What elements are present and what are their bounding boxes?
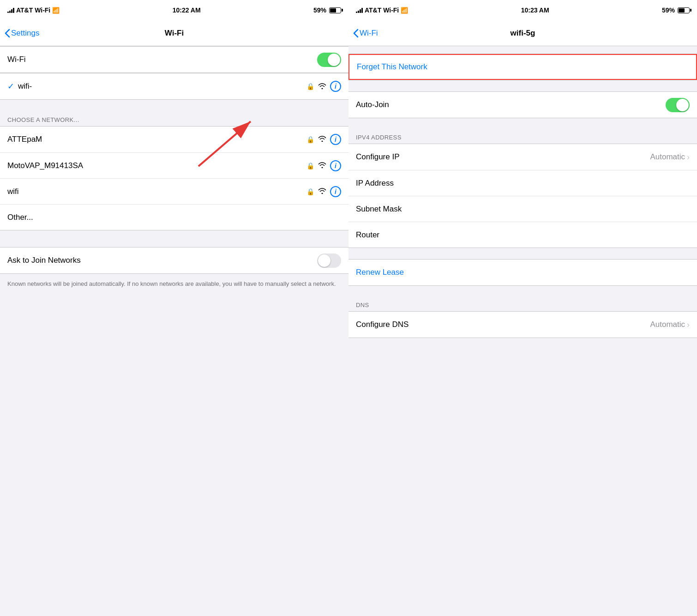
battery-percent: 59% [313,6,326,14]
choose-network-label: CHOOSE A NETWORK... [0,111,348,126]
lock-icon-motovap: 🔒 [306,162,314,169]
router-row[interactable]: Router [348,222,697,248]
connected-row-right: 🔒 i [306,81,341,92]
dns-section: Configure DNS Automatic › [348,311,697,338]
status-right: 59% [313,6,341,14]
battery-fill [330,8,336,12]
right-top-spacer [348,46,697,54]
auto-join-toggle-knob [676,99,689,111]
renew-lease-row[interactable]: Renew Lease [348,260,697,285]
configure-ip-value: Automatic [650,152,685,162]
network-row-motovap[interactable]: MotoVAP_M91413SA 🔒 i [0,152,348,178]
ask-join-section: Ask to Join Networks [0,247,348,274]
page-title-right: wifi-5g [511,29,535,38]
forget-network-label: Forget This Network [357,62,427,72]
ask-join-toggle-knob [318,254,330,267]
wifi-icon-attepaM [318,135,326,144]
renew-section: Renew Lease [348,259,697,286]
info-button-connected[interactable]: i [330,81,341,92]
signal-bars-right [356,7,363,13]
wifi-toggle[interactable] [317,53,341,67]
ipv4-section: Configure IP Automatic › IP Address Subn… [348,144,697,248]
separator-right-5 [348,338,697,349]
dns-section-header: DNS [348,297,697,311]
wifi-toggle-row: Wi-Fi [0,47,348,72]
back-button-settings[interactable]: Settings [5,29,39,38]
forget-network-row[interactable]: Forget This Network [348,54,697,80]
connected-section-body: ✓ wifi- 🔒 i [0,73,348,100]
signal-bars [7,7,14,13]
network-name-motovap: MotoVAP_M91413SA [7,161,306,170]
ip-address-label: IP Address [356,179,690,188]
time-label: 10:22 AM [173,6,201,14]
router-label: Router [356,230,690,240]
right-content: Forget This Network Auto-Join IPV4 ADDRE… [348,46,697,616]
configure-ip-row[interactable]: Configure IP Automatic › [348,144,697,170]
back-chevron-icon-right [353,29,359,38]
ipv4-section-header: IPV4 ADDRESS [348,129,697,144]
status-bar-right: AT&T Wi-Fi 📶 10:23 AM 59% [348,0,697,20]
left-content: Wi-Fi ✓ wifi- 🔒 [0,46,348,616]
auto-join-toggle[interactable] [666,98,690,112]
separator-right-2 [348,118,697,129]
page-title-left: Wi-Fi [165,29,184,38]
back-chevron-icon [5,29,10,38]
status-bar-left: AT&T Wi-Fi 📶 10:22 AM 59% [0,0,348,20]
back-label-right: Wi-Fi [360,29,378,38]
info-button-motovap[interactable]: i [330,160,341,171]
network-name-wifi: wifi [7,187,306,196]
status-right-right: 59% [662,6,690,14]
wifi-label: Wi-Fi [7,55,317,64]
configure-dns-label: Configure DNS [356,320,650,329]
time-label-right: 10:23 AM [521,6,549,14]
battery-percent-right: 59% [662,6,675,14]
configure-dns-value: Automatic [650,320,685,329]
ip-address-row[interactable]: IP Address [348,170,697,196]
subnet-mask-label: Subnet Mask [356,205,690,214]
info-button-wifi[interactable]: i [330,186,341,197]
nav-bar-left: Settings Wi-Fi [0,20,348,46]
network-row-attepaM-right: 🔒 i [306,134,341,145]
right-panel: AT&T Wi-Fi 📶 10:23 AM 59% Wi-Fi wifi-5g … [348,0,697,616]
back-button-wifi[interactable]: Wi-Fi [353,29,378,38]
lock-icon-attepaM: 🔒 [306,136,314,143]
battery-fill-right [679,8,685,12]
carrier-label: AT&T Wi-Fi [16,6,50,14]
wifi-status-icon: 📶 [52,7,60,14]
wifi-icon-motovap [318,162,326,170]
lock-icon-wifi: 🔒 [306,188,314,195]
ask-join-toggle[interactable] [317,254,341,268]
network-row-other[interactable]: Other... [0,204,348,230]
separator-right-1 [348,80,697,91]
wifi-icon-wifi [318,187,326,196]
wifi-section-body: Wi-Fi [0,46,348,73]
ask-join-row: Ask to Join Networks [0,248,348,273]
info-button-attepaM[interactable]: i [330,134,341,145]
auto-join-section: Auto-Join [348,91,697,118]
network-row-wifi[interactable]: wifi 🔒 i [0,178,348,204]
connected-network-row[interactable]: ✓ wifi- 🔒 i [0,73,348,99]
wifi-section: Wi-Fi [0,46,348,73]
wifi-signal-icon [318,83,326,91]
back-label: Settings [11,29,39,38]
wifi-toggle-knob [328,54,340,66]
network-row-motovap-right: 🔒 i [306,160,341,171]
auto-join-label: Auto-Join [356,100,666,109]
renew-lease-label: Renew Lease [356,268,404,277]
forget-section: Forget This Network [348,54,697,80]
nav-bar-right: Wi-Fi wifi-5g [348,20,697,46]
chevron-icon-configure-ip: › [687,152,690,162]
network-name-other: Other... [7,213,341,222]
configure-dns-row[interactable]: Configure DNS Automatic › [348,312,697,338]
configure-ip-label: Configure IP [356,152,650,162]
network-row-attepaM[interactable]: ATTEpaM 🔒 i [0,127,348,152]
connected-section: ✓ wifi- 🔒 i [0,73,348,100]
connected-network-name: wifi- [18,82,306,91]
status-left: AT&T Wi-Fi 📶 [7,6,60,14]
separator-2 [0,230,348,247]
carrier-label-right: AT&T Wi-Fi [365,6,399,14]
subnet-mask-row[interactable]: Subnet Mask [348,196,697,222]
network-row-wifi-right: 🔒 i [306,186,341,197]
auto-join-row: Auto-Join [348,92,697,118]
checkmark-icon: ✓ [7,81,14,91]
